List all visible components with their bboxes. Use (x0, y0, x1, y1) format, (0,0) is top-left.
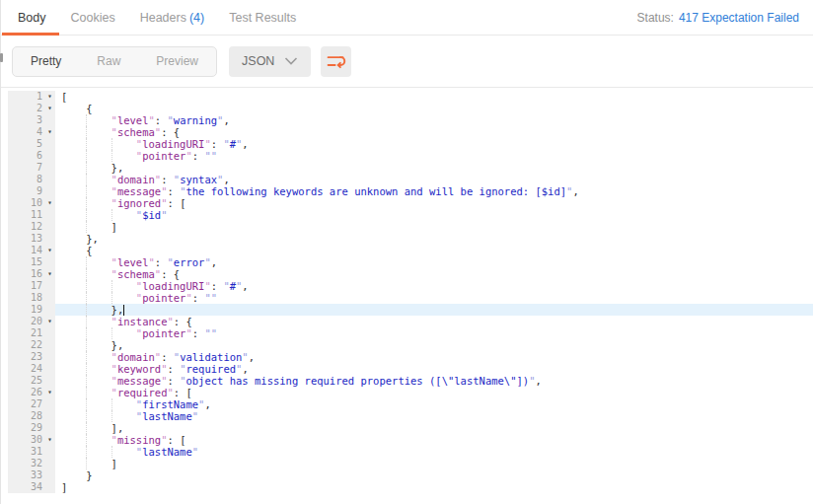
code-line[interactable]: 23domain: validation, (0, 351, 813, 363)
format-select[interactable]: JSON (229, 46, 311, 77)
gutter-line-number[interactable]: 23 (8, 351, 55, 363)
gutter-line-number[interactable]: 18 (8, 292, 55, 304)
code-line[interactable]: 27firstName, (0, 398, 813, 410)
code-line[interactable]: 29], (0, 422, 813, 434)
code-text[interactable]: keyword: required, (55, 363, 813, 375)
gutter-line-number[interactable]: 20▾ (8, 316, 55, 327)
code-line[interactable]: 1▾[ (0, 91, 813, 103)
code-line[interactable]: 12] (0, 221, 813, 233)
gutter-line-number[interactable]: 2▾ (8, 103, 55, 114)
code-text[interactable]: }, (55, 339, 813, 351)
gutter-line-number[interactable]: 12 (8, 221, 55, 233)
code-line[interactable]: 9message: the following keywords are unk… (0, 185, 813, 197)
code-line[interactable]: 25message: object has missing required p… (0, 375, 813, 387)
tab-headers[interactable]: Headers(4) (140, 11, 205, 25)
code-text[interactable]: message: the following keywords are unkn… (55, 185, 813, 197)
code-text[interactable]: loadingURI: #, (55, 138, 813, 150)
gutter-line-number[interactable]: 32 (8, 458, 55, 469)
code-line[interactable]: 30▾missing: [ (0, 434, 813, 446)
code-text[interactable]: schema: { (55, 126, 813, 138)
fold-arrow-icon[interactable]: ▾ (44, 387, 55, 398)
code-text[interactable]: }, (55, 304, 813, 316)
code-line[interactable]: 33} (0, 469, 813, 481)
code-text[interactable]: domain: syntax, (55, 174, 813, 185)
preview-view-button[interactable]: Preview (138, 47, 216, 76)
gutter-line-number[interactable]: 19 (8, 304, 55, 316)
code-line[interactable]: 28lastName (0, 410, 813, 422)
gutter-line-number[interactable]: 15 (8, 256, 55, 268)
response-body-editor[interactable]: 1▾[2▾{3level: warning,4▾schema: {5loadin… (0, 87, 813, 493)
gutter-line-number[interactable]: 11 (8, 209, 55, 221)
code-line[interactable]: 4▾schema: { (0, 126, 813, 138)
code-text[interactable]: loadingURI: #, (55, 280, 813, 292)
gutter-line-number[interactable]: 33 (8, 469, 55, 481)
gutter-line-number[interactable]: 30▾ (8, 434, 55, 446)
code-text[interactable]: instance: { (55, 316, 813, 327)
code-text[interactable]: } (55, 469, 813, 481)
code-line[interactable]: 3level: warning, (0, 114, 813, 126)
gutter-line-number[interactable]: 29 (8, 422, 55, 434)
gutter-line-number[interactable]: 4▾ (8, 126, 55, 138)
code-line[interactable]: 20▾instance: { (0, 316, 813, 327)
gutter-line-number[interactable]: 21 (8, 327, 55, 339)
code-line[interactable]: 14▾{ (0, 245, 813, 256)
gutter-line-number[interactable]: 25 (8, 375, 55, 387)
code-line[interactable]: 32] (0, 458, 813, 469)
fold-arrow-icon[interactable]: ▾ (44, 91, 55, 103)
tab-body[interactable]: Body (18, 11, 46, 25)
code-text[interactable]: level: warning, (55, 114, 813, 126)
fold-arrow-icon[interactable]: ▾ (44, 126, 55, 138)
tab-cookies[interactable]: Cookies (71, 11, 115, 25)
code-text[interactable]: { (55, 103, 813, 114)
fold-arrow-icon[interactable]: ▾ (44, 434, 55, 446)
code-text[interactable]: ] (55, 481, 813, 493)
code-line[interactable]: 15level: error, (0, 256, 813, 268)
gutter-line-number[interactable]: 26▾ (8, 387, 55, 398)
code-text[interactable]: pointer: (55, 150, 813, 162)
code-text[interactable]: message: object has missing required pro… (55, 375, 813, 387)
gutter-line-number[interactable]: 14▾ (8, 245, 55, 256)
code-text[interactable]: lastName (55, 446, 813, 458)
code-line[interactable]: 21pointer: (0, 327, 813, 339)
raw-view-button[interactable]: Raw (79, 47, 138, 76)
gutter-line-number[interactable]: 13 (8, 233, 55, 245)
gutter-line-number[interactable]: 5 (8, 138, 55, 150)
fold-arrow-icon[interactable]: ▾ (44, 268, 55, 280)
code-text[interactable]: lastName (55, 410, 813, 422)
splitter-handle[interactable] (0, 53, 3, 62)
code-text[interactable]: }, (55, 233, 813, 245)
code-line[interactable]: 16▾schema: { (0, 268, 813, 280)
code-text[interactable]: }, (55, 162, 813, 174)
code-text[interactable]: pointer: (55, 327, 813, 339)
fold-arrow-icon[interactable]: ▾ (44, 103, 55, 114)
fold-arrow-icon[interactable]: ▾ (44, 197, 55, 209)
fold-arrow-icon[interactable]: ▾ (44, 245, 55, 256)
wrap-lines-button[interactable] (321, 46, 351, 77)
code-text[interactable]: pointer: (55, 292, 813, 304)
status-value[interactable]: 417 Expectation Failed (679, 11, 799, 25)
code-line[interactable]: 34] (0, 481, 813, 493)
gutter-line-number[interactable]: 1▾ (8, 91, 55, 103)
gutter-line-number[interactable]: 16▾ (8, 268, 55, 280)
code-line[interactable]: 2▾{ (0, 103, 813, 114)
code-line[interactable]: 13}, (0, 233, 813, 245)
gutter-line-number[interactable]: 24 (8, 363, 55, 375)
pretty-view-button[interactable]: Pretty (13, 47, 79, 76)
gutter-line-number[interactable]: 17 (8, 280, 55, 292)
code-line[interactable]: 31lastName (0, 446, 813, 458)
gutter-line-number[interactable]: 27 (8, 398, 55, 410)
gutter-line-number[interactable]: 34 (8, 481, 55, 493)
code-line[interactable]: 6pointer: (0, 150, 813, 162)
tab-test-results[interactable]: Test Results (229, 11, 296, 25)
gutter-line-number[interactable]: 3 (8, 114, 55, 126)
code-line[interactable]: 26▾required: [ (0, 387, 813, 398)
code-line[interactable]: 18pointer: (0, 292, 813, 304)
code-line[interactable]: 7}, (0, 162, 813, 174)
code-text[interactable]: ignored: [ (55, 197, 813, 209)
gutter-line-number[interactable]: 8 (8, 174, 55, 185)
code-text[interactable]: missing: [ (55, 434, 813, 446)
gutter-line-number[interactable]: 7 (8, 162, 55, 174)
gutter-line-number[interactable]: 31 (8, 446, 55, 458)
code-text[interactable]: $id (55, 209, 813, 221)
code-text[interactable]: required: [ (55, 387, 813, 398)
